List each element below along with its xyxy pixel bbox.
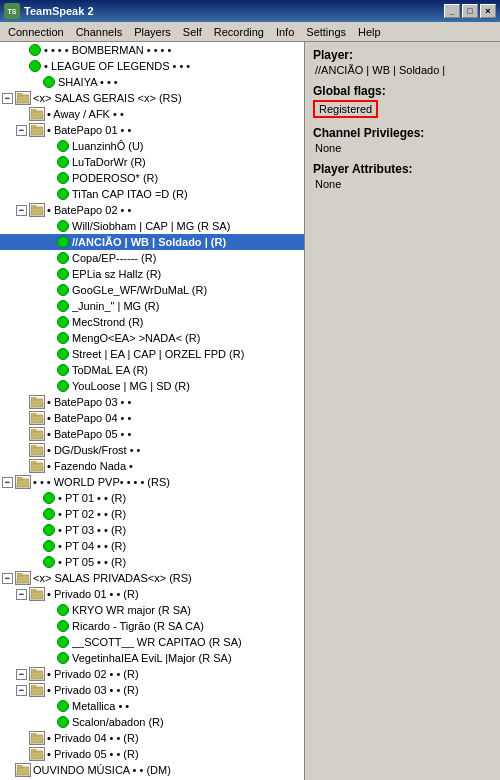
- tree-item-ricardo[interactable]: Ricardo - Tigrão (R SA CA): [0, 618, 304, 634]
- channel-icon-privado04: [29, 731, 45, 745]
- tree-item-mengo[interactable]: MengO<EA> >NADA< (R): [0, 330, 304, 346]
- tree-item-salas-privadas[interactable]: −<x> SALAS PRIVADAS<x> (RS): [0, 570, 304, 586]
- tree-item-poderoso[interactable]: PODEROSO* (R): [0, 170, 304, 186]
- tree-item-pt02[interactable]: • PT 02 • • (R): [0, 506, 304, 522]
- expand-btn-privado02[interactable]: −: [16, 669, 27, 680]
- item-label-batepapo04: • BatePapo 04 • •: [47, 412, 131, 424]
- menu-self[interactable]: Self: [177, 24, 208, 40]
- tree-item-anciao[interactable]: //ANCIÃO | WB | Soldado | (R): [0, 234, 304, 250]
- tree-item-lutador[interactable]: LuTaDorWr (R): [0, 154, 304, 170]
- expand-btn-privado03[interactable]: −: [16, 685, 27, 696]
- minimize-button[interactable]: _: [444, 4, 460, 18]
- user-status-dot-shaiya: [43, 76, 55, 88]
- tree-item-titan[interactable]: TiTan CAP ITAO =D (R): [0, 186, 304, 202]
- item-label-privado02: • Privado 02 • • (R): [47, 668, 139, 680]
- user-status-dot-kryo: [57, 604, 69, 616]
- app-title: TeamSpeak 2: [24, 5, 94, 17]
- tree-item-batepapo04[interactable]: • BatePapo 04 • •: [0, 410, 304, 426]
- item-label-salas-gerais: <x> SALAS GERAIS <x> (RS): [33, 92, 182, 104]
- user-status-dot-scott: [57, 636, 69, 648]
- item-label-mecstrond: MecStrond (R): [72, 316, 144, 328]
- tree-item-metallica[interactable]: Metallica • •: [0, 698, 304, 714]
- expand-btn-privado01[interactable]: −: [16, 589, 27, 600]
- tree-item-youloose[interactable]: YouLoose | MG | SD (R): [0, 378, 304, 394]
- user-status-dot-lutador: [57, 156, 69, 168]
- channel-icon-dg-dusk: [29, 443, 45, 457]
- tree-item-pt03[interactable]: • PT 03 • • (R): [0, 522, 304, 538]
- tree-item-street[interactable]: Street | EA | CAP | ORZEL FPD (R): [0, 346, 304, 362]
- maximize-button[interactable]: □: [462, 4, 478, 18]
- tree-item-batepapo03[interactable]: • BatePapo 03 • •: [0, 394, 304, 410]
- tree-item-todmal[interactable]: ToDMaL EA (R): [0, 362, 304, 378]
- channel-tree[interactable]: • • • • BOMBERMAN • • • •• LEAGUE OF LEG…: [0, 42, 305, 780]
- item-label-batepapo02: • BatePapo 02 • •: [47, 204, 131, 216]
- expand-btn-salas-gerais[interactable]: −: [2, 93, 13, 104]
- tree-item-bomberman[interactable]: • • • • BOMBERMAN • • • •: [0, 42, 304, 58]
- tree-item-vegetinha[interactable]: VegetinhaIEA EviL |Major (R SA): [0, 650, 304, 666]
- item-label-ricardo: Ricardo - Tigrão (R SA CA): [72, 620, 204, 632]
- tree-item-fazendo-nada[interactable]: • Fazendo Nada •: [0, 458, 304, 474]
- tree-item-kryo[interactable]: KRYO WR major (R SA): [0, 602, 304, 618]
- tree-item-privado04[interactable]: • Privado 04 • • (R): [0, 730, 304, 746]
- tree-item-dg-dusk[interactable]: • DG/Dusk/Frost • •: [0, 442, 304, 458]
- tree-item-privado01[interactable]: −• Privado 01 • • (R): [0, 586, 304, 602]
- tree-item-away-afk[interactable]: • Away / AFK • •: [0, 106, 304, 122]
- tree-item-scalon[interactable]: Scalon/abadon (R): [0, 714, 304, 730]
- tree-item-will[interactable]: Will/Siobham | CAP | MG (R SA): [0, 218, 304, 234]
- menu-connection[interactable]: Connection: [2, 24, 70, 40]
- user-status-dot-mengo: [57, 332, 69, 344]
- app-icon: TS: [4, 3, 20, 19]
- tree-item-batepapo05[interactable]: • BatePapo 05 • •: [0, 426, 304, 442]
- tree-item-batepapo02[interactable]: −• BatePapo 02 • •: [0, 202, 304, 218]
- menu-help[interactable]: Help: [352, 24, 387, 40]
- channel-icon-salas-privadas: [15, 571, 31, 585]
- menu-info[interactable]: Info: [270, 24, 300, 40]
- tree-item-batepapo01[interactable]: −• BatePapo 01 • •: [0, 122, 304, 138]
- tree-item-pt05[interactable]: • PT 05 • • (R): [0, 554, 304, 570]
- channel-icon-privado02: [29, 667, 45, 681]
- tree-item-junin[interactable]: _Junin_" | MG (R): [0, 298, 304, 314]
- item-label-bomberman: • • • • BOMBERMAN • • • •: [44, 44, 171, 56]
- item-label-scalon: Scalon/abadon (R): [72, 716, 164, 728]
- expand-btn-batepapo02[interactable]: −: [16, 205, 27, 216]
- registered-badge: Registered: [313, 100, 378, 118]
- tree-item-salas-gerais[interactable]: −<x> SALAS GERAIS <x> (RS): [0, 90, 304, 106]
- svg-rect-17: [31, 461, 36, 464]
- user-status-dot-youloose: [57, 380, 69, 392]
- expand-btn-batepapo01[interactable]: −: [16, 125, 27, 136]
- user-status-dot-poderoso: [57, 172, 69, 184]
- tree-item-ouvindo-musica[interactable]: OUVINDO MÚSICA • • (DM): [0, 762, 304, 778]
- tree-item-mecstrond[interactable]: MecStrond (R): [0, 314, 304, 330]
- tree-item-eplia[interactable]: EPLia sz Hallz (R): [0, 266, 304, 282]
- title-bar: TS TeamSpeak 2 _ □ ×: [0, 0, 500, 22]
- tree-item-copa[interactable]: Copa/EP------ (R): [0, 250, 304, 266]
- user-status-dot-luanzinho: [57, 140, 69, 152]
- tree-item-privado02[interactable]: −• Privado 02 • • (R): [0, 666, 304, 682]
- svg-rect-23: [31, 589, 36, 592]
- menu-settings[interactable]: Settings: [300, 24, 352, 40]
- svg-rect-3: [31, 109, 36, 112]
- item-label-kryo: KRYO WR major (R SA): [72, 604, 191, 616]
- tree-item-google[interactable]: GooGLe_WF/WrDuMaL (R): [0, 282, 304, 298]
- expand-btn-salas-privadas[interactable]: −: [2, 573, 13, 584]
- tree-item-privado05[interactable]: • Privado 05 • • (R): [0, 746, 304, 762]
- item-label-anciao: //ANCIÃO | WB | Soldado | (R): [72, 236, 226, 248]
- tree-item-world-pvp[interactable]: −• • • WORLD PVP• • • • (RS): [0, 474, 304, 490]
- menu-recording[interactable]: Recording: [208, 24, 270, 40]
- item-label-world-pvp: • • • WORLD PVP• • • • (RS): [33, 476, 170, 488]
- close-button[interactable]: ×: [480, 4, 496, 18]
- menu-players[interactable]: Players: [128, 24, 177, 40]
- expand-btn-world-pvp[interactable]: −: [2, 477, 13, 488]
- tree-item-luanzinho[interactable]: LuanzinhÔ (U): [0, 138, 304, 154]
- tree-item-scott[interactable]: __SCOTT__ WR CAPITAO (R SA): [0, 634, 304, 650]
- user-status-dot-pt02: [43, 508, 55, 520]
- menu-channels[interactable]: Channels: [70, 24, 128, 40]
- item-label-away-afk: • Away / AFK • •: [47, 108, 124, 120]
- tree-item-privado03[interactable]: −• Privado 03 • • (R): [0, 682, 304, 698]
- tree-item-pt04[interactable]: • PT 04 • • (R): [0, 538, 304, 554]
- main-layout: • • • • BOMBERMAN • • • •• LEAGUE OF LEG…: [0, 42, 500, 780]
- tree-item-pt01[interactable]: • PT 01 • • (R): [0, 490, 304, 506]
- item-label-metallica: Metallica • •: [72, 700, 129, 712]
- tree-item-shaiya[interactable]: SHAIYA • • •: [0, 74, 304, 90]
- tree-item-lol[interactable]: • LEAGUE OF LEGENDS • • •: [0, 58, 304, 74]
